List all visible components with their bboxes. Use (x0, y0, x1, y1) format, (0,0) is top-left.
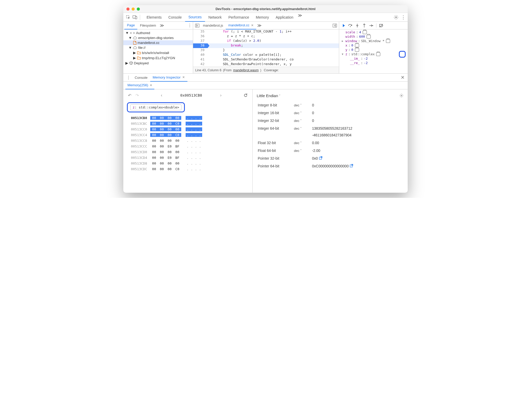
hex-row[interactable]: 00513CD000000000.... (127, 149, 249, 155)
tree-folder-1[interactable]: ▶ b/s/w/ir/x/w/install (123, 50, 193, 55)
tree-file-mandelbrot[interactable]: mandelbrot.cc (123, 40, 193, 45)
page-next-icon[interactable]: › (219, 93, 223, 98)
close-drawer-tab-icon[interactable]: ✕ (182, 75, 185, 79)
chevron-down-icon: ▼ (128, 46, 132, 50)
close-drawer-icon[interactable]: ✕ (399, 75, 406, 80)
device-icon[interactable] (132, 14, 138, 20)
drawer-tab-memory-inspector[interactable]: Memory Inspector ✕ (150, 73, 187, 82)
tree-folder-2[interactable]: ▶ tmp/tmp.ELcTq2YGN (123, 55, 193, 60)
code-line[interactable]: 41 SDL_SetRenderDrawColor(renderer, co (193, 57, 339, 62)
address-input[interactable] (165, 92, 217, 99)
step-out-icon[interactable] (362, 24, 366, 28)
tab-sources[interactable]: Sources (185, 13, 205, 22)
close-sub-tab-icon[interactable]: ✕ (150, 83, 152, 87)
external-link-icon[interactable] (350, 164, 353, 168)
tab-application[interactable]: Application (272, 13, 297, 22)
code-line[interactable]: 36 z = z * z + c; (193, 34, 339, 39)
format-selector[interactable]: dec (294, 149, 302, 153)
interpreter-settings-icon[interactable] (399, 94, 404, 98)
deactivate-breakpoints-icon[interactable] (379, 24, 383, 28)
hex-row[interactable]: 00513CC4000000C0.... (127, 132, 249, 138)
format-selector[interactable]: dec (294, 103, 302, 107)
tab-console[interactable]: Console (165, 13, 185, 22)
hex-row[interactable]: 00513CB800000000.... (127, 115, 249, 121)
code-line[interactable]: 42 SDL_RenderDrawPoint(renderer, x, y (193, 62, 339, 67)
reveal-memory-icon[interactable] (376, 52, 380, 56)
source-map-link[interactable]: mandelbrot.wasm (233, 68, 259, 72)
scope-variable[interactable]: ▼z: std::complex (341, 52, 406, 56)
inspect-icon[interactable] (125, 14, 131, 20)
scope-variable[interactable]: scale: 4 (341, 30, 406, 34)
value-row: Pointer 64-bit0xC000000000000000 (257, 162, 404, 170)
drawer-tab-console[interactable]: Console (132, 73, 150, 82)
code-line[interactable]: 37 if (abs(z) > 2.0) (193, 39, 339, 43)
tab-elements[interactable]: Elements (143, 13, 165, 22)
format-selector[interactable]: dec (294, 127, 302, 130)
hex-row[interactable]: 00513CDC000000C0.... (127, 166, 249, 172)
tab-performance[interactable]: Performance (225, 13, 252, 22)
code-line[interactable]: 38 break; (193, 43, 339, 48)
scope-variable[interactable]: x: 0 (341, 43, 406, 48)
settings-icon[interactable] (394, 15, 398, 20)
hex-grid[interactable]: 00513CB800000000....00513CBC000000C0....… (127, 115, 249, 172)
file-tab-cc[interactable]: mandelbrot.cc ✕ (226, 22, 256, 29)
tree-origin[interactable]: ▼ emscripten-dbg-stories (123, 35, 193, 40)
tree-deployed[interactable]: ▶ Deployed (123, 60, 193, 66)
format-selector[interactable]: dec (294, 111, 302, 115)
svg-point-8 (350, 26, 351, 27)
show-debugger-icon[interactable] (332, 24, 338, 27)
close-tab-icon[interactable]: ✕ (251, 24, 254, 27)
file-tab-js[interactable]: mandelbrot.js (200, 22, 226, 29)
scope-variable[interactable]: __re_: -2 (341, 61, 406, 65)
page-prev-icon[interactable]: ‹ (160, 93, 163, 98)
scope-variable[interactable]: ▶window: SDL_Window * (341, 39, 406, 43)
tree-file-root[interactable]: ▼ file:// (123, 45, 193, 50)
value-interpreter: Little Endian Integer 8-bitdec0Integer 1… (253, 89, 408, 193)
tab-network[interactable]: Network (205, 13, 225, 22)
step-into-icon[interactable] (355, 24, 359, 28)
hex-row[interactable]: 00513CCC0000E0BF.... (127, 143, 249, 149)
svg-point-13 (401, 95, 402, 96)
nav-tab-page[interactable]: Page (124, 22, 137, 29)
step-over-icon[interactable] (348, 24, 352, 28)
show-navigator-icon[interactable] (194, 24, 200, 27)
nav-menu-icon[interactable]: ⋮ (188, 23, 192, 28)
hex-row[interactable]: 00513CD800000000.... (127, 160, 249, 166)
code-line[interactable]: 39 } (193, 48, 339, 53)
nav-tab-filesystem[interactable]: Filesystem (137, 22, 158, 29)
more-files-icon[interactable]: ≫ (257, 23, 262, 28)
code-editor[interactable]: 35 for (; i < MAX_ITER_COUNT - 1; i++36 … (193, 29, 339, 67)
reveal-memory-icon[interactable] (386, 39, 390, 43)
reveal-memory-icon[interactable] (355, 48, 359, 52)
format-selector[interactable]: dec (294, 141, 302, 145)
reveal-memory-icon[interactable] (355, 44, 359, 47)
scope-variable[interactable]: width: 600 (341, 34, 406, 39)
hex-row[interactable]: 00513CD40000E0BF.... (127, 155, 249, 160)
more-tabs-icon[interactable]: ≫ (298, 13, 302, 22)
code-line[interactable]: 40 SDL_Color color = palette[i]; (193, 53, 339, 57)
nav-more-icon[interactable]: ≫ (160, 23, 164, 28)
history-back-icon[interactable]: ↶ (127, 93, 132, 98)
reveal-memory-icon[interactable] (363, 30, 367, 34)
tree-authored[interactable]: ▼ < > Authored (123, 30, 193, 35)
hex-row[interactable]: 00513CBC000000C0.... (127, 121, 249, 126)
memory-buffer-tab[interactable]: Memory(256) ✕ (125, 82, 154, 89)
history-forward-icon[interactable]: ↷ (134, 93, 140, 98)
step-icon[interactable] (369, 24, 373, 28)
hex-row[interactable]: 00513CC800000000.... (127, 138, 249, 143)
endianness-selector[interactable]: Little Endian (257, 94, 280, 98)
memory-inspector-body: ↶ ↷ ‹ › z: std::complex<double> 00513CB8… (123, 89, 408, 193)
more-menu-icon[interactable]: ⋮ (401, 14, 406, 20)
hex-row[interactable]: 00513CC000000000.... (127, 126, 249, 132)
format-selector[interactable]: dec (294, 119, 302, 123)
scope-variable[interactable]: y: 0 (341, 48, 406, 52)
code-line[interactable]: 35 for (; i < MAX_ITER_COUNT - 1; i++ (193, 29, 339, 34)
reveal-memory-icon[interactable] (367, 35, 371, 38)
resume-icon[interactable] (341, 24, 345, 28)
memory-object-chip[interactable]: z: std::complex<double> (127, 102, 185, 112)
tab-memory[interactable]: Memory (253, 13, 272, 22)
scope-variable[interactable]: __im_: -2 (341, 56, 406, 61)
refresh-icon[interactable] (242, 93, 249, 97)
drawer-menu-icon[interactable]: ⋮ (125, 75, 132, 80)
external-link-icon[interactable] (319, 156, 322, 160)
